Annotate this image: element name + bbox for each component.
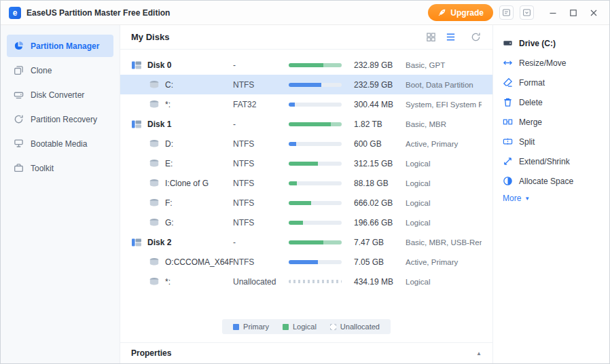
properties-bar[interactable]: Properties ▲ xyxy=(120,342,492,363)
partition-row-e[interactable]: E:NTFS312.15 GBLogical xyxy=(120,153,492,173)
bar-segment xyxy=(289,240,323,244)
format-icon xyxy=(503,77,513,88)
refresh-icon[interactable] xyxy=(471,32,482,43)
app-logo-icon: e xyxy=(9,7,21,19)
partition-name: E: xyxy=(165,159,173,168)
close-button[interactable] xyxy=(585,4,603,22)
sidebar-item-toolkit[interactable]: Toolkit xyxy=(7,157,113,179)
partition-name: C: xyxy=(165,80,173,90)
name-cell: Disk 0 xyxy=(131,60,233,70)
sidebar-item-bootable-media[interactable]: Bootable Media xyxy=(7,132,113,155)
filesystem-cell: NTFS xyxy=(233,198,289,208)
more-button[interactable]: More ▼ xyxy=(503,194,600,203)
filesystem-cell: Unallocated xyxy=(233,277,289,287)
action-merge[interactable]: Merge xyxy=(503,112,600,132)
resize-move-icon xyxy=(503,58,513,68)
size-cell: 300.44 MB xyxy=(354,100,406,109)
partition-row-o-cccoma-x64fr[interactable]: O:CCCOMA_X64FR...NTFS7.05 GBActive, Prim… xyxy=(120,252,492,272)
sidebar-item-disk-converter[interactable]: Disk Converter xyxy=(7,84,113,106)
disk-converter-icon xyxy=(14,90,24,100)
partition-manager-icon xyxy=(14,41,24,51)
partition-row-11[interactable]: *:Unallocated434.19 MBLogical xyxy=(120,272,492,291)
partition-row-i-clone-of-g[interactable]: I:Clone of GNTFS88.18 GBLogical xyxy=(120,173,492,193)
sidebar-item-clone[interactable]: Clone xyxy=(7,59,113,81)
rocket-icon xyxy=(437,8,446,17)
action-label: Delete xyxy=(519,98,543,107)
partition-name: D: xyxy=(165,139,173,149)
window-menu-dropdown-icon[interactable] xyxy=(520,5,534,20)
action-allocate-space[interactable]: Allocate Space xyxy=(503,171,600,191)
legend-swatch xyxy=(330,324,336,330)
drive-icon xyxy=(503,38,513,48)
usage-bar xyxy=(289,260,342,264)
name-cell: Disk 1 xyxy=(131,120,233,129)
action-split[interactable]: Split xyxy=(503,132,600,151)
toolkit-icon xyxy=(14,163,24,173)
partition-recovery-icon xyxy=(14,114,24,124)
maximize-button[interactable] xyxy=(564,4,582,22)
usage-bar xyxy=(289,63,342,67)
sidebar-item-partition-manager[interactable]: Partition Manager xyxy=(7,35,113,57)
bar-cell xyxy=(289,221,354,225)
size-cell: 7.47 GB xyxy=(354,238,406,247)
action-extend-shrink[interactable]: Extend/Shrink xyxy=(503,151,600,171)
action-resize-move[interactable]: Resize/Move xyxy=(503,53,600,73)
partition-icon xyxy=(149,198,160,207)
disk-row-disk-0[interactable]: Disk 0-232.89 GBBasic, GPT xyxy=(120,55,492,75)
bar-segment xyxy=(289,142,296,146)
bar-segment xyxy=(289,83,321,87)
feedback-icon[interactable] xyxy=(499,5,514,20)
bar-cell xyxy=(289,260,354,264)
filesystem-cell: - xyxy=(233,238,289,247)
action-delete[interactable]: Delete xyxy=(503,92,600,112)
usage-bar-unallocated xyxy=(289,280,342,283)
app-title: EaseUS Partition Master Free Edition xyxy=(26,8,170,18)
name-cell: D: xyxy=(131,139,233,149)
action-format[interactable]: Format xyxy=(503,73,600,92)
collapse-up-icon[interactable]: ▲ xyxy=(476,350,482,357)
disk-row-disk-2[interactable]: Disk 2-7.47 GBBasic, MBR, USB-Removable xyxy=(120,232,492,252)
upgrade-button[interactable]: Upgrade xyxy=(428,4,493,21)
status-cell: Basic, MBR xyxy=(406,120,482,128)
extend-shrink-icon xyxy=(503,156,513,166)
bar-segment xyxy=(289,63,323,67)
merge-icon xyxy=(503,117,513,127)
size-cell: 600 GB xyxy=(354,139,406,149)
size-cell: 196.66 GB xyxy=(354,218,406,228)
size-cell: 232.89 GB xyxy=(354,60,406,70)
partition-icon xyxy=(149,218,160,227)
disk-icon xyxy=(131,60,142,70)
action-label: Merge xyxy=(519,117,542,127)
sidebar-item-partition-recovery[interactable]: Partition Recovery xyxy=(7,108,113,130)
status-cell: System, EFI System Partition xyxy=(406,101,482,109)
size-cell: 666.02 GB xyxy=(354,198,406,208)
main-header: My Disks xyxy=(120,25,492,50)
list-view-icon[interactable] xyxy=(446,32,456,43)
grid-view-icon[interactable] xyxy=(426,32,437,43)
disk-name: Disk 0 xyxy=(147,60,171,70)
partition-row-c[interactable]: C:NTFS232.59 GBBoot, Data Partition xyxy=(120,75,492,94)
filesystem-cell: FAT32 xyxy=(233,100,289,109)
partition-row-2[interactable]: *:FAT32300.44 MBSystem, EFI System Parti… xyxy=(120,94,492,114)
titlebar-controls: Upgrade xyxy=(428,4,603,22)
properties-label: Properties xyxy=(131,348,171,358)
disk-row-disk-1[interactable]: Disk 1-1.82 TBBasic, MBR xyxy=(120,114,492,134)
partition-row-f[interactable]: F:NTFS666.02 GBLogical xyxy=(120,193,492,213)
action-drive-c[interactable]: Drive (C:) xyxy=(503,33,600,53)
allocate-space-icon xyxy=(503,176,513,186)
bar-segment xyxy=(289,181,297,185)
bar-cell xyxy=(289,103,354,107)
legend: PrimaryLogicalUnallocated xyxy=(222,319,391,334)
bar-segment xyxy=(289,162,318,166)
minimize-button[interactable] xyxy=(544,4,562,22)
usage-bar xyxy=(289,142,342,146)
upgrade-label: Upgrade xyxy=(450,8,484,18)
bar-cell xyxy=(289,83,354,87)
partition-row-g[interactable]: G:NTFS196.66 GBLogical xyxy=(120,213,492,232)
partition-row-d[interactable]: D:NTFS600 GBActive, Primary xyxy=(120,134,492,153)
view-tools xyxy=(426,32,482,43)
status-cell: Logical xyxy=(406,219,482,227)
sidebar-item-label: Disk Converter xyxy=(31,90,84,100)
legend-swatch xyxy=(283,324,289,330)
action-label: Drive (C:) xyxy=(519,39,556,48)
